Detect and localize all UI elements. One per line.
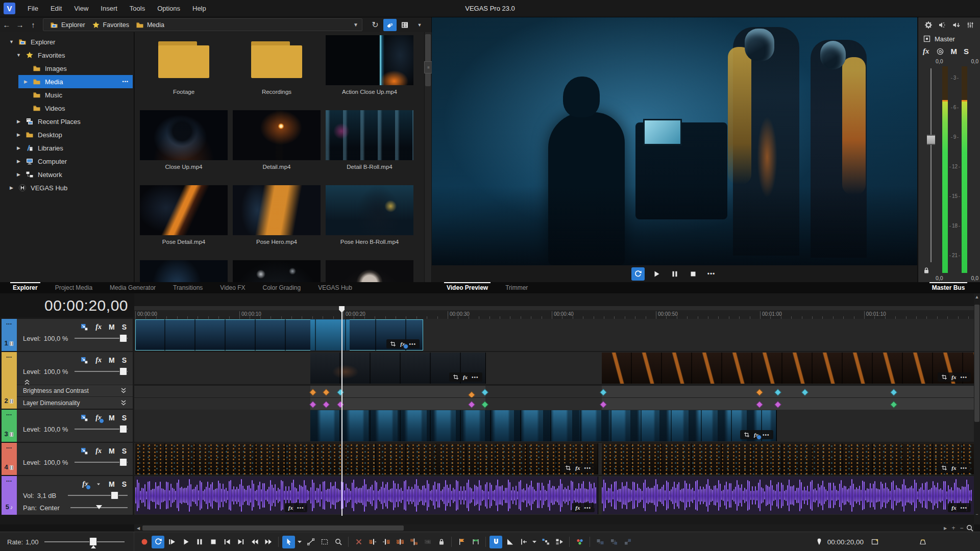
timeline-track-1[interactable]: fx••• [134,319,974,351]
envelope-row-brightness-and-contrast[interactable]: Brightness and Contrast [17,385,133,397]
media-item-pose-hero-b-roll-mp4[interactable]: Pose Hero B-Roll.mp4 [325,185,414,245]
master-fx-button[interactable]: fx [923,47,929,56]
vertical-scrollbar-thumb[interactable] [974,305,979,422]
event-track5-3[interactable]: fx••• [602,477,974,514]
menu-insert[interactable]: Insert [94,1,124,17]
sidebar-item-more-button[interactable]: ••• [122,79,129,84]
forward-button[interactable]: → [13,20,27,29]
tab-video-fx[interactable]: Video FX [211,282,254,293]
event-more-button[interactable]: ••• [409,341,416,347]
compositing-mode-icon[interactable] [80,323,88,331]
event-track2-1[interactable]: fx••• [310,353,485,384]
event-track4-2[interactable]: fx••• [602,443,974,474]
level-slider[interactable] [75,335,128,342]
sidebar-item-network[interactable]: ▶Network [0,168,134,181]
level-slider[interactable] [75,425,128,433]
media-item-partial-9[interactable] [139,260,229,282]
track-header-3[interactable]: •••3fxMSLevel:100,0 % [2,410,133,442]
track-solo-button[interactable]: S [122,414,127,422]
loop-region-icon[interactable] [919,538,927,546]
preview-pause-button[interactable] [668,267,681,281]
event-fx-button[interactable]: fx [951,465,956,471]
fast-forward-button[interactable] [262,536,275,548]
selection-edit-tool-button[interactable] [318,536,331,548]
pan-slider-handle[interactable] [96,505,102,509]
event-fx-button[interactable]: fx [951,505,956,511]
expand-envelope-icon[interactable] [119,399,128,407]
event-more-button[interactable]: ••• [763,432,770,438]
rate-slider[interactable] [44,537,125,546]
tree-closed-arrow-icon[interactable]: ▶ [15,159,22,164]
event-crop-icon[interactable] [941,374,947,380]
tab-transitions[interactable]: Transitions [164,282,211,293]
sidebar-item-videos[interactable]: Videos [0,102,134,115]
timeline-track-4[interactable]: fx•••fx••• [134,443,974,475]
trim-adjacent-button[interactable] [394,536,406,548]
trim-start-button[interactable] [366,536,379,548]
sidebar-item-images[interactable]: Images [0,62,134,75]
normal-edit-tool-button[interactable] [282,536,295,548]
loop-playback-button[interactable] [152,536,164,548]
event-more-button[interactable]: ••• [472,374,479,380]
timeline-track-3[interactable]: fx••• [134,410,974,442]
master-speaker-dim-icon[interactable] [936,19,949,31]
sync-link-button[interactable] [539,536,552,548]
event-track2-2[interactable]: fx••• [602,353,974,384]
collapse-envelopes-icon[interactable] [23,379,31,387]
up-button[interactable]: ↑ [27,20,40,29]
track-mute-button[interactable]: M [109,447,115,455]
playhead-line[interactable] [341,306,342,516]
sidebar-item-libraries[interactable]: ▶Libraries [0,141,134,155]
views-dropdown-icon[interactable]: ▼ [413,19,426,31]
group-selection-button[interactable] [594,536,606,548]
event-buttons[interactable]: fx••• [449,372,482,382]
media-item-action-close-up-mp4[interactable]: Action Close Up.mp4 [325,35,414,95]
media-item-recordings[interactable]: Recordings [232,35,322,95]
slip-trim-button[interactable] [421,536,434,548]
tree-closed-arrow-icon[interactable]: ▶ [22,79,29,84]
track-mute-button[interactable]: M [109,480,115,488]
event-buttons[interactable]: fx••• [572,503,595,512]
sidebar-item-explorer[interactable]: ▼Explorer [0,35,134,48]
lock-icon[interactable] [922,266,930,274]
event-track5-1[interactable]: fx••• [135,477,311,514]
envelope-lane-brightness-and-contrast[interactable] [134,385,974,397]
event-fx-button[interactable]: fx [288,505,293,511]
tree-closed-arrow-icon[interactable]: ▶ [8,185,15,190]
scroll-left-icon[interactable]: ◀ [134,524,142,532]
event-crop-icon[interactable] [744,432,750,438]
track-height-zoom-out-button[interactable]: − [974,511,980,517]
event-track4-1[interactable]: fx••• [135,443,598,474]
event-fx-button[interactable]: fx [463,374,468,380]
auto-preview-button[interactable] [383,19,397,31]
track-mute-button[interactable]: M [109,356,115,364]
video-preview-frame[interactable] [432,17,917,265]
sidebar-item-computer[interactable]: ▶Computer [0,155,134,168]
sidebar-item-vegas-hub[interactable]: ▶VEGAS Hub [0,181,134,194]
marker-bar[interactable] [134,306,974,310]
track-more-button[interactable]: ••• [2,412,17,417]
sidebar-item-media[interactable]: ▶Media••• [0,75,134,88]
event-crop-icon[interactable] [565,465,571,471]
master-fader-track[interactable] [930,68,932,262]
event-more-button[interactable]: ••• [584,505,592,511]
media-item-partial-10[interactable] [232,260,322,282]
split-trim-button[interactable] [407,536,420,548]
master-speaker-down-icon[interactable] [950,19,963,31]
level-slider[interactable] [75,459,128,466]
event-buttons[interactable]: fx••• [285,503,308,512]
sidebar-item-music[interactable]: Music [0,88,134,102]
menu-tools[interactable]: Tools [124,1,151,17]
track-fx-button[interactable]: fx [95,356,102,364]
external-monitor-icon[interactable] [871,538,879,546]
media-item-partial-11[interactable] [325,260,414,282]
tab-color-grading[interactable]: Color Grading [254,282,310,293]
timeline-ruler[interactable]: 00:00:0000:00:1000:00:2000:00:3000:00:40… [134,310,974,319]
tab-master-bus[interactable]: Master Bus [923,282,974,293]
master-mixer-icon[interactable] [964,19,977,31]
tree-closed-arrow-icon[interactable]: ▶ [15,119,22,124]
track-solo-button[interactable]: S [122,480,127,488]
event-more-button[interactable]: ••• [960,465,967,471]
pan-slider[interactable] [70,504,128,511]
event-track5-2[interactable]: fx••• [310,477,598,514]
